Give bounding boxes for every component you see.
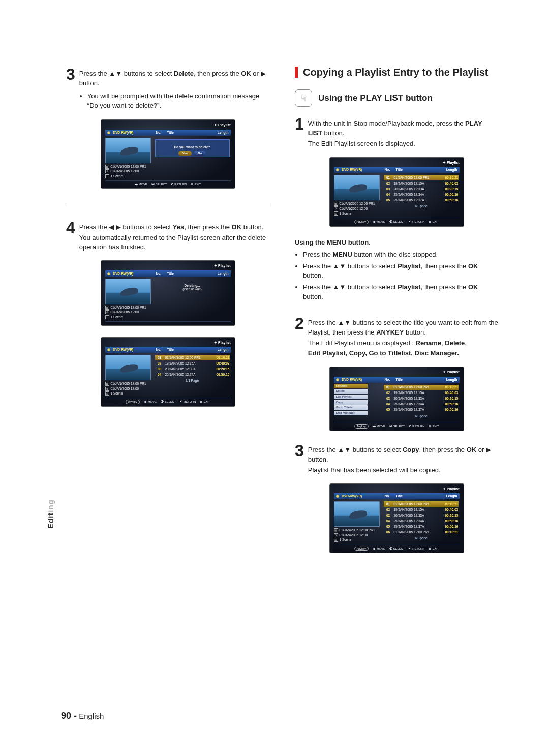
divider — [66, 204, 269, 204]
table-row[interactable]: 0425/JAN/2005 12:34A00:50:16 — [384, 518, 459, 524]
table-row[interactable]: 0425/JAN/2005 12:34A00:50:16 — [384, 192, 459, 197]
menu-item[interactable]: Edit Playlist — [334, 395, 368, 400]
playlist-rows: 0101/JAN/2005 12:00 PR100:10:210219/JAN/… — [383, 173, 460, 216]
delete-confirm-note: You will be prompted with the delete con… — [87, 92, 269, 111]
yes-button[interactable]: Yes — [178, 151, 192, 156]
anykey-icon: Anykey — [126, 400, 140, 404]
side-tab: Editing — [47, 499, 54, 529]
thumbnail — [105, 279, 151, 304]
thumbnail — [334, 175, 380, 200]
screen-playlist-copied: Playlist ◉ DVD-RW(VR) No. Title Length ▦… — [329, 483, 464, 554]
thumbnail — [334, 501, 380, 527]
confirm-message: Do you want to delete? — [157, 145, 228, 149]
menu-item[interactable]: Delete — [334, 389, 368, 394]
right-step-1: 1 With the unit in Stop mode/Playback mo… — [295, 116, 498, 150]
thumbnail — [105, 138, 151, 163]
menu-bullet-list: Press the MENU button with the disc stop… — [303, 250, 498, 302]
left-step-3: 3 Press the ▲▼ buttons to select Delete,… — [66, 66, 269, 112]
table-row[interactable]: 0101/JAN/2005 12:00 PR100:10:21 — [384, 175, 459, 180]
table-row[interactable]: 0425/JAN/2005 12:34A00:50:16 — [384, 402, 459, 407]
table-row[interactable]: 0219/JAN/2005 12:15A00:40:03 — [155, 360, 230, 366]
table-row[interactable]: 0219/JAN/2005 12:15A00:40:03 — [384, 180, 459, 186]
step-number: 3 — [66, 66, 75, 82]
table-row[interactable]: 0320/JAN/2005 12:33A00:20:15 — [384, 396, 459, 402]
table-row[interactable]: 0101/JAN/2005 12:00 PR100:10:21 — [155, 355, 230, 360]
right-step-2: 2 Press the ▲▼ buttons to select the tit… — [295, 315, 498, 359]
table-row[interactable]: 0101/JAN/2005 12:00 PR100:10:21 — [384, 501, 459, 507]
menu-bullet: Press the ▲▼ buttons to select Playlist,… — [303, 262, 498, 281]
screen-delete-confirm: Playlist ◉ DVD-RW(VR) No. Title Length ▦… — [101, 119, 235, 188]
screen-right-panel: Do you want to delete? Yes No — [154, 136, 231, 178]
page-footer: 90 - English — [61, 711, 104, 720]
heading-marker — [295, 67, 298, 78]
left-step-4: 4 Press the ◀ ▶ buttons to select Yes, t… — [66, 220, 269, 254]
screen-edit-playlist-menu: Playlist ◉ DVD-RW(VR) No. Title Length R… — [329, 367, 464, 431]
table-row[interactable]: 0101/JAN/2005 12:00 PR100:10:21 — [384, 385, 459, 390]
thumbnail — [105, 355, 151, 380]
step-number: 4 — [66, 220, 75, 236]
subsection-heading: ☟ Using the PLAY LIST button — [295, 89, 498, 107]
table-row[interactable]: 0525/JAN/2005 12:37A00:50:16 — [384, 407, 459, 413]
step-text: Press the ▲▼ buttons to select Delete, t… — [79, 66, 269, 112]
table-row[interactable]: 0320/JAN/2005 12:33A00:20:15 — [155, 366, 230, 372]
table-row[interactable]: 0219/JAN/2005 12:15A00:40:03 — [384, 507, 459, 512]
menu-bullet: Press the MENU button with the disc stop… — [303, 250, 498, 260]
hand-icon: ☟ — [295, 89, 312, 107]
right-step-3: 3 Press the ▲▼ buttons to select Copy, t… — [295, 442, 498, 476]
left-column: 3 Press the ▲▼ buttons to select Delete,… — [66, 66, 269, 564]
deleting-message: Deleting... — [155, 284, 230, 288]
screen-edit-playlist: Playlist ◉ DVD-RW(VR) No. Title Length ▦… — [329, 157, 464, 227]
side-menu-panel: RenameDeleteEdit PlaylistCopyGo to Title… — [334, 383, 383, 420]
table-row[interactable]: 0320/JAN/2005 12:33A00:20:15 — [384, 186, 459, 192]
table-row[interactable]: 0320/JAN/2005 12:33A00:20:15 — [384, 512, 459, 518]
table-row[interactable]: 0425/JAN/2005 12:34A00:50:16 — [155, 372, 230, 377]
screen-playlist-after-delete: Playlist ◉ DVD-RW(VR) No. Title Length ▦… — [101, 337, 235, 407]
table-row[interactable]: 0601/JAN/2005 12:00 PR100:10:21 — [384, 529, 459, 535]
menu-item[interactable]: Copy — [334, 400, 368, 405]
menu-heading: Using the MENU button. — [295, 238, 498, 247]
table-row[interactable]: 0525/JAN/2005 12:37A00:50:16 — [384, 197, 459, 203]
menu-item[interactable]: Go to Titlelist — [334, 405, 368, 410]
screen-header: ◉ DVD-RW(VR) No. Title Length — [105, 130, 231, 136]
step-text: Press the ◀ ▶ buttons to select Yes, the… — [79, 220, 269, 254]
playlist-rows: 0101/JAN/2005 12:00 PR100:10:210219/JAN/… — [154, 353, 231, 396]
screen-footer: ◂▸MOVE ⦿SELECT ↶RETURN ⊗EXIT — [105, 180, 231, 186]
section-heading: Copying a Playlist Entry to the Playlist — [295, 66, 498, 78]
screen-deleting: Playlist ◉ DVD-RW(VR) No. Title Length ▦… — [101, 260, 235, 325]
right-column: Copying a Playlist Entry to the Playlist… — [295, 66, 498, 564]
screen-title: Playlist — [105, 123, 231, 127]
menu-item[interactable]: Disc Manager — [334, 411, 368, 416]
playlist-rows: 0101/JAN/2005 12:00 PR100:10:210219/JAN/… — [383, 499, 460, 542]
table-row[interactable]: 0525/JAN/2005 12:37A00:50:16 — [384, 524, 459, 529]
disc-label: ◉ DVD-RW(VR) — [105, 131, 154, 135]
no-button[interactable]: No — [194, 151, 206, 156]
anykey-menu: RenameDeleteEdit PlaylistCopyGo to Title… — [334, 384, 368, 415]
menu-item[interactable]: Rename — [334, 384, 368, 389]
table-row[interactable]: 0219/JAN/2005 12:15A00:40:03 — [384, 390, 459, 396]
screen-left-panel: ▦01/JAN/2005 12:00 PR1 ①01/JAN/2005 12:0… — [105, 136, 154, 178]
menu-bullet: Press the ▲▼ buttons to select Playlist,… — [303, 283, 498, 302]
playlist-rows: 0101/JAN/2005 12:00 PR100:10:210219/JAN/… — [383, 383, 460, 420]
